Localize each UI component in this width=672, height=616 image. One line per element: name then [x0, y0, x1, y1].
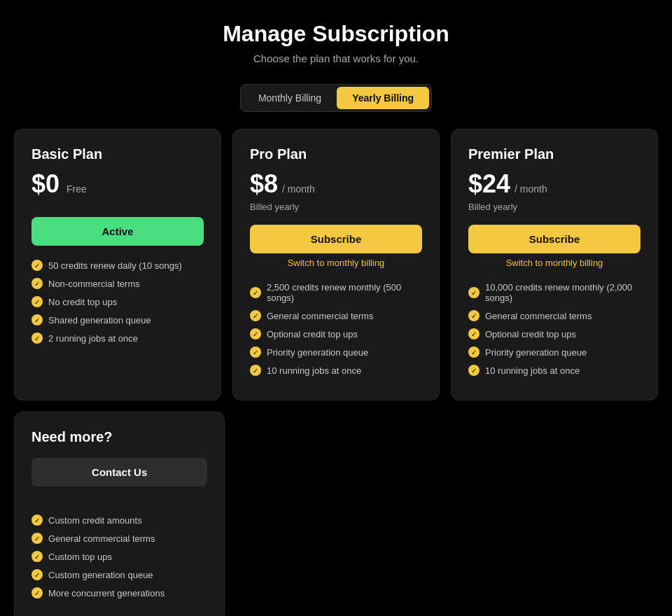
basic-plan-card: Basic Plan $0 Free Active ✓ 50 credits r…	[14, 129, 221, 400]
monthly-billing-button[interactable]: Monthly Billing	[243, 87, 337, 109]
pro-plan-switch-billing-button[interactable]: Switch to monthly billing	[250, 258, 422, 268]
check-icon-20: ✓	[31, 587, 43, 598]
pro-plan-price: $8	[250, 169, 278, 199]
pro-feature-5: ✓ 10 running jobs at once	[250, 365, 422, 376]
need-more-feature-4: ✓ Custom generation queue	[31, 569, 207, 580]
page-subtitle: Choose the plan that works for you.	[14, 52, 658, 64]
premier-plan-name: Premier Plan	[468, 146, 640, 162]
premier-feature-5: ✓ 10 running jobs at once	[468, 365, 640, 376]
premier-plan-price-row: $24 / month	[468, 169, 640, 199]
pro-feature-2: ✓ General commercial terms	[250, 310, 422, 321]
check-icon-6: ✓	[250, 287, 261, 298]
basic-plan-cta-button[interactable]: Active	[31, 217, 204, 246]
pro-plan-billed: Billed yearly	[250, 202, 422, 212]
premier-feature-1: ✓ 10,000 credits renew monthly (2,000 so…	[468, 282, 640, 303]
check-icon-10: ✓	[250, 365, 261, 376]
pro-feature-1: ✓ 2,500 credits renew monthly (500 songs…	[250, 282, 422, 303]
premier-plan-period: / month	[514, 183, 547, 195]
basic-plan-free-label: Free	[66, 183, 87, 195]
need-more-feature-5: ✓ More concurrent generations	[31, 587, 207, 598]
check-icon-3: ✓	[31, 296, 43, 307]
pro-plan-period: / month	[282, 183, 315, 195]
check-icon-1: ✓	[31, 260, 43, 271]
basic-feature-2: ✓ Non-commercial terms	[31, 278, 204, 289]
basic-feature-1: ✓ 50 credits renew daily (10 songs)	[31, 260, 204, 271]
premier-plan-billed: Billed yearly	[468, 202, 640, 212]
billing-toggle: Monthly Billing Yearly Billing	[240, 84, 432, 112]
premier-feature-3: ✓ Optional credit top ups	[468, 328, 640, 340]
pro-plan-subscribe-button[interactable]: Subscribe	[250, 225, 422, 253]
basic-plan-price: $0	[31, 169, 59, 199]
need-more-feature-1: ✓ Custom credit amounts	[31, 514, 207, 526]
pro-plan-name: Pro Plan	[250, 146, 422, 162]
check-icon-17: ✓	[31, 533, 43, 544]
pro-feature-4: ✓ Priority generation queue	[250, 346, 422, 358]
premier-plan-price: $24	[468, 169, 510, 199]
check-icon-19: ✓	[31, 569, 43, 580]
premier-plan-switch-billing-button[interactable]: Switch to monthly billing	[468, 258, 640, 268]
yearly-billing-button[interactable]: Yearly Billing	[337, 87, 429, 109]
contact-us-button[interactable]: Contact Us	[31, 458, 207, 486]
check-icon-8: ✓	[250, 328, 261, 340]
pro-plan-card: Pro Plan $8 / month Billed yearly Subscr…	[232, 129, 440, 400]
check-icon-12: ✓	[468, 310, 479, 321]
check-icon-14: ✓	[468, 346, 479, 358]
pro-plan-price-row: $8 / month	[250, 169, 422, 199]
check-icon-18: ✓	[31, 551, 43, 562]
need-more-card: Need more? Contact Us ✓ Custom credit am…	[14, 412, 225, 616]
need-more-title: Need more?	[31, 429, 207, 445]
page-title: Manage Subscription	[14, 21, 658, 47]
bottom-row: Need more? Contact Us ✓ Custom credit am…	[14, 412, 658, 616]
check-icon-2: ✓	[31, 278, 43, 289]
check-icon-15: ✓	[468, 365, 479, 376]
check-icon-5: ✓	[31, 332, 43, 344]
premier-feature-4: ✓ Priority generation queue	[468, 346, 640, 358]
bottom-spacer	[236, 412, 658, 616]
basic-plan-name: Basic Plan	[31, 146, 204, 162]
pro-feature-3: ✓ Optional credit top ups	[250, 328, 422, 340]
check-icon-4: ✓	[31, 314, 43, 326]
check-icon-9: ✓	[250, 346, 261, 358]
check-icon-7: ✓	[250, 310, 261, 321]
premier-feature-2: ✓ General commercial terms	[468, 310, 640, 321]
need-more-feature-3: ✓ Custom top ups	[31, 551, 207, 562]
basic-feature-5: ✓ 2 running jobs at once	[31, 332, 204, 344]
check-icon-13: ✓	[468, 328, 479, 340]
check-icon-16: ✓	[31, 514, 43, 526]
premier-plan-subscribe-button[interactable]: Subscribe	[468, 225, 640, 253]
premier-plan-card: Premier Plan $24 / month Billed yearly S…	[451, 129, 658, 400]
check-icon-11: ✓	[468, 287, 479, 298]
need-more-feature-2: ✓ General commercial terms	[31, 533, 207, 544]
basic-feature-3: ✓ No credit top ups	[31, 296, 204, 307]
plans-grid: Basic Plan $0 Free Active ✓ 50 credits r…	[14, 129, 658, 400]
basic-plan-price-row: $0 Free	[31, 169, 204, 199]
basic-feature-4: ✓ Shared generation queue	[31, 314, 204, 326]
